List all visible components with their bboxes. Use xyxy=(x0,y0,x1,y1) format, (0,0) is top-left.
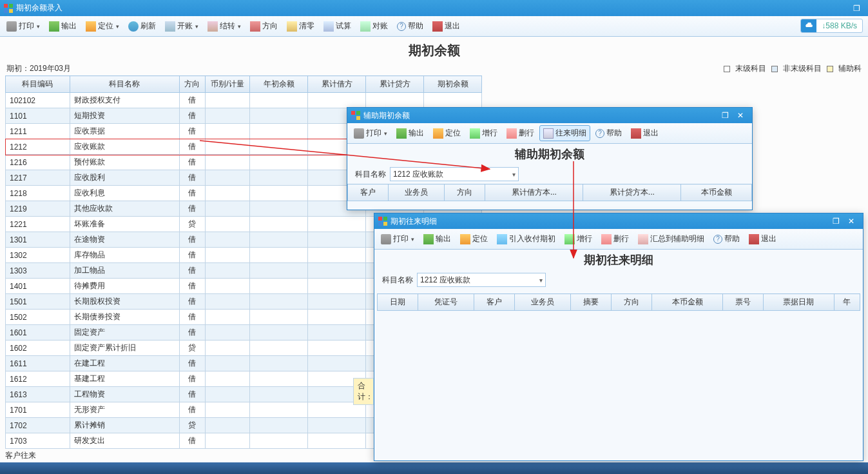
column-header[interactable]: 累计借方 xyxy=(308,76,366,93)
exit-icon xyxy=(749,234,759,244)
toolbar-del-row[interactable]: 删行 xyxy=(597,231,633,247)
column-header[interactable]: 年初余额 xyxy=(250,76,308,93)
print-icon xyxy=(354,128,364,139)
delete-icon xyxy=(601,234,612,244)
trial-icon xyxy=(323,21,334,32)
column-header[interactable]: 票据日期 xyxy=(764,294,834,311)
column-header[interactable]: 币别/计量 xyxy=(205,76,250,93)
window-title: 期初往来明细 xyxy=(391,216,437,227)
column-header[interactable]: 科目编码 xyxy=(6,76,70,93)
help-icon: ? xyxy=(595,129,604,138)
column-header[interactable]: 业务员 xyxy=(389,184,445,201)
toolbar-reconcile[interactable]: 对账 xyxy=(356,18,392,34)
toolbar-export[interactable]: 输出 xyxy=(420,231,455,247)
toolbar-add-row[interactable]: 增行 xyxy=(561,231,596,247)
toolbar-trial[interactable]: 试算 xyxy=(320,18,355,34)
table-row[interactable]: 102102财政授权支付借 xyxy=(6,93,482,108)
window-title: 辅助期初余额 xyxy=(363,110,410,121)
toolbar-export[interactable]: 输出 xyxy=(392,125,428,141)
toolbar-help[interactable]: ?帮助 xyxy=(592,125,626,141)
detail-table[interactable]: 日期凭证号客户业务员摘要方向本币金额票号票据日期年 xyxy=(377,293,860,311)
toolbar-exit[interactable]: 退出 xyxy=(429,18,464,34)
close-button[interactable]: ✕ xyxy=(844,215,859,227)
os-taskbar xyxy=(0,462,868,474)
detail-icon xyxy=(543,128,554,139)
restore-button[interactable]: ❐ xyxy=(717,110,733,121)
column-header[interactable]: 客户 xyxy=(474,294,514,311)
toolbar-print[interactable]: 打印▾ xyxy=(377,231,418,247)
direction-icon xyxy=(250,21,260,32)
exit-icon xyxy=(631,128,641,139)
toolbar-locate[interactable]: 定位 xyxy=(429,125,465,141)
add-icon xyxy=(470,128,480,139)
open-icon xyxy=(165,21,175,32)
toolbar-summarize[interactable]: 汇总到辅助明细 xyxy=(634,231,708,247)
column-header[interactable]: 业务员 xyxy=(515,294,570,311)
toolbar-print[interactable]: 打印▾ xyxy=(3,18,44,34)
column-header[interactable]: 客户 xyxy=(348,184,389,201)
close-button[interactable]: ✕ xyxy=(733,110,748,121)
app-icon xyxy=(378,217,387,226)
toolbar-import[interactable]: 引入收付期初 xyxy=(493,231,559,247)
subject-combo[interactable]: 1212 应收账款 ▾ xyxy=(390,167,519,181)
subject-label: 科目名称 xyxy=(382,275,413,286)
summarize-icon xyxy=(638,234,648,244)
column-header[interactable]: 本币金额 xyxy=(652,294,722,311)
chevron-down-icon: ▾ xyxy=(539,277,543,284)
column-header[interactable]: 累计借方本... xyxy=(485,184,583,201)
detail-toolbar: 打印▾ 输出 定位 引入收付期初 增行 删行 汇总到辅助明细 ?帮助 退出 xyxy=(374,229,863,250)
toolbar-open[interactable]: 开账▾ xyxy=(161,18,202,34)
toolbar-add-row[interactable]: 增行 xyxy=(466,125,501,141)
restore-button[interactable]: ❐ xyxy=(849,3,864,14)
column-header[interactable]: 凭证号 xyxy=(418,294,474,311)
app-icon xyxy=(4,4,13,13)
legend-swatch-nonleaf xyxy=(771,66,778,72)
toolbar-clear[interactable]: 清零 xyxy=(283,18,318,34)
column-header[interactable]: 日期 xyxy=(378,294,418,311)
toolbar-export[interactable]: 输出 xyxy=(45,18,81,34)
column-header[interactable]: 年 xyxy=(834,294,860,311)
subject-combo[interactable]: 1212 应收账款 ▾ xyxy=(417,273,546,287)
toolbar-locate[interactable]: 定位 xyxy=(456,231,492,247)
exit-icon xyxy=(432,21,443,32)
column-header[interactable]: 科目名称 xyxy=(70,76,179,93)
aux-page-title: 辅助期初余额 xyxy=(347,144,752,164)
restore-button[interactable]: ❐ xyxy=(828,215,844,227)
toolbar-direction[interactable]: 方向 xyxy=(246,18,282,34)
network-speed-badge: ↓588 KB/s xyxy=(800,19,863,33)
column-header[interactable]: 累计贷方 xyxy=(366,76,424,93)
column-header[interactable]: 本币金额 xyxy=(681,184,752,201)
toolbar-help[interactable]: ?帮助 xyxy=(709,231,744,247)
toolbar-help[interactable]: ?帮助 xyxy=(393,18,427,34)
period-label: 期初：2019年03月 xyxy=(6,63,71,74)
toolbar-del-row[interactable]: 删行 xyxy=(503,125,538,141)
refresh-icon xyxy=(128,21,139,32)
aux-toolbar: 打印▾ 输出 定位 增行 删行 往来明细 ?帮助 退出 xyxy=(347,123,752,144)
main-toolbar: 打印▾ 输出 定位▾ 刷新 开账▾ 结转▾ 方向 清零 试算 对账 ?帮助 退出… xyxy=(0,16,868,37)
toolbar-locate[interactable]: 定位▾ xyxy=(82,18,123,34)
chevron-down-icon: ▾ xyxy=(512,171,516,178)
toolbar-refresh[interactable]: 刷新 xyxy=(124,18,160,34)
column-header[interactable]: 方向 xyxy=(611,294,651,311)
settle-icon xyxy=(207,21,218,32)
delete-icon xyxy=(506,128,517,139)
reconcile-icon xyxy=(360,21,371,32)
window-title: 期初余额录入 xyxy=(16,3,63,14)
column-header[interactable]: 累计贷方本... xyxy=(583,184,681,201)
column-header[interactable]: 方向 xyxy=(444,184,485,201)
locate-icon xyxy=(433,128,443,139)
column-header[interactable]: 摘要 xyxy=(570,294,611,311)
aux-table[interactable]: 客户业务员方向累计借方本...累计贷方本...本币金额 xyxy=(347,184,752,201)
column-header[interactable]: 票号 xyxy=(722,294,763,311)
aux-balance-window[interactable]: 辅助期初余额 ❐ ✕ 打印▾ 输出 定位 增行 删行 往来明细 ?帮助 退出 辅… xyxy=(347,107,753,210)
column-header[interactable]: 期初余额 xyxy=(424,76,482,93)
status-bar: 客户往来 xyxy=(0,449,41,462)
toolbar-print[interactable]: 打印▾ xyxy=(350,125,391,141)
toolbar-receivable-detail[interactable]: 往来明细 xyxy=(539,125,590,141)
column-header[interactable]: 方向 xyxy=(179,76,205,93)
toolbar-exit[interactable]: 退出 xyxy=(745,231,780,247)
toolbar-settle[interactable]: 结转▾ xyxy=(204,18,245,34)
detail-window[interactable]: 期初往来明细 ❐ ✕ 打印▾ 输出 定位 引入收付期初 增行 删行 汇总到辅助明… xyxy=(374,213,863,461)
legend: 末级科目 非末级科目 辅助科 xyxy=(724,63,862,74)
toolbar-exit[interactable]: 退出 xyxy=(627,125,662,141)
